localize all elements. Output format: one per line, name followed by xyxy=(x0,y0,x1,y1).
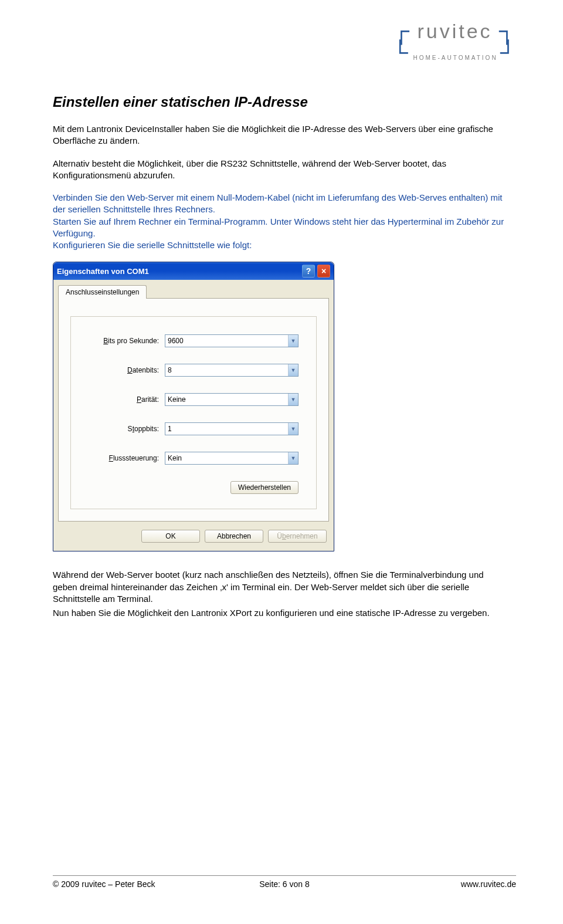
com1-properties-dialog: Eigenschaften von COM1 ? × Anschlusseins… xyxy=(53,262,334,551)
dialog-titlebar[interactable]: Eigenschaften von COM1 ? × xyxy=(53,262,334,280)
footer-copyright: © 2009 ruvitec – Peter Beck xyxy=(53,879,207,889)
datenbits-label: Datenbits: xyxy=(89,366,165,374)
brand-logo: ┌ ruvitec ┐ └ HOME-AUTOMATION ┘ xyxy=(392,18,516,65)
datenbits-value: 8 xyxy=(168,366,288,374)
instr-line-3: Konfigurieren Sie die serielle Schnittst… xyxy=(53,240,252,250)
fluss-combo[interactable]: Kein ▼ xyxy=(165,452,299,465)
paritaet-label: Parität: xyxy=(89,395,165,404)
help-button[interactable]: ? xyxy=(302,265,315,277)
paritaet-value: Keine xyxy=(168,395,288,404)
instructions-para: Verbinden Sie den Web-Server mit einem N… xyxy=(53,192,510,251)
bits-value: 9600 xyxy=(168,337,288,345)
page-footer: © 2009 ruvitec – Peter Beck Seite: 6 von… xyxy=(53,875,516,889)
followup-para-1: Während der Web-Server bootet (kurz nach… xyxy=(53,569,510,605)
chevron-down-icon: ▼ xyxy=(288,394,298,405)
fluss-label: Flusssteuerung: xyxy=(89,454,165,462)
dialog-title: Eigenschaften von COM1 xyxy=(57,267,302,276)
apply-button[interactable]: Übernehmen xyxy=(268,530,327,543)
followup-para-2: Nun haben Sie die Möglichkeit den Lantro… xyxy=(53,607,510,619)
stoppbits-combo[interactable]: 1 ▼ xyxy=(165,422,299,435)
paritaet-combo[interactable]: Keine ▼ xyxy=(165,393,299,406)
chevron-down-icon: ▼ xyxy=(288,452,298,464)
page-title: Einstellen einer statischen IP-Adresse xyxy=(53,94,510,110)
bits-label: Bits pro Sekunde: xyxy=(89,337,165,345)
logo-name: ruvitec xyxy=(417,20,492,42)
stoppbits-value: 1 xyxy=(168,425,288,433)
instr-line-1: Verbinden Sie den Web-Server mit einem N… xyxy=(53,192,502,214)
ok-button[interactable]: OK xyxy=(141,530,200,543)
datenbits-combo[interactable]: 8 ▼ xyxy=(165,364,299,377)
stoppbits-label: Stoppbits: xyxy=(89,425,165,433)
fluss-value: Kein xyxy=(168,454,288,462)
restore-button[interactable]: Wiederherstellen xyxy=(230,481,299,494)
footer-url: www.ruvitec.de xyxy=(362,879,516,889)
chevron-down-icon: ▼ xyxy=(288,335,298,347)
bits-combo[interactable]: 9600 ▼ xyxy=(165,334,299,347)
close-button[interactable]: × xyxy=(317,265,330,277)
chevron-down-icon: ▼ xyxy=(288,423,298,435)
chevron-down-icon: ▼ xyxy=(288,364,298,376)
cancel-button[interactable]: Abbrechen xyxy=(205,530,263,543)
logo-tagline: HOME-AUTOMATION xyxy=(413,55,498,61)
tab-connection-settings[interactable]: Anschlusseinstellungen xyxy=(58,285,147,299)
intro-para-1: Mit dem Lantronix DeviceInstaller haben … xyxy=(53,123,510,147)
intro-para-2: Alternativ besteht die Möglichkeit, über… xyxy=(53,158,510,182)
instr-line-2: Starten Sie auf Ihrem Rechner ein Termin… xyxy=(53,216,504,238)
footer-page-number: Seite: 6 von 8 xyxy=(207,879,361,889)
